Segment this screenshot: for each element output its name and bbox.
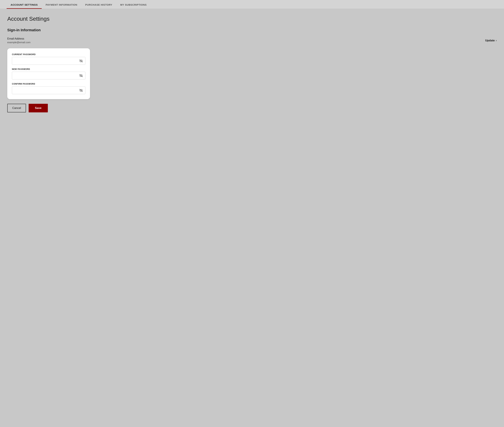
tab-account-settings[interactable]: ACCOUNT SETTINGS	[7, 0, 42, 9]
email-row: Email Address example@email.com Update ›	[7, 37, 497, 44]
new-password-group: NEW PASSWORD	[12, 68, 85, 79]
chevron-right-icon: ›	[496, 39, 497, 42]
password-card: CURRENT PASSWORD NEW PASSWORD	[7, 48, 90, 99]
tab-payment-information[interactable]: PAYMENT INFORMATION	[42, 0, 81, 9]
section-title: Sign-in Information	[7, 28, 497, 32]
new-password-label: NEW PASSWORD	[12, 68, 85, 70]
confirm-password-group: CONFIRM PASSWORD	[12, 83, 85, 94]
confirm-password-input[interactable]	[12, 87, 85, 94]
confirm-password-input-wrap	[12, 86, 85, 94]
current-password-input-wrap	[12, 57, 85, 65]
email-label: Email Address	[7, 37, 485, 40]
current-password-input[interactable]	[12, 57, 85, 65]
update-link-text: Update	[485, 39, 495, 42]
new-password-input[interactable]	[12, 72, 85, 79]
new-password-input-wrap	[12, 72, 85, 79]
tab-my-subscriptions[interactable]: MY SUBSCRIPTIONS	[116, 0, 150, 9]
tab-navigation: ACCOUNT SETTINGS PAYMENT INFORMATION PUR…	[0, 0, 504, 9]
main-content: Account Settings Sign-in Information Ema…	[0, 9, 504, 119]
eye-slash-icon	[79, 59, 83, 63]
eye-slash-icon	[79, 89, 83, 92]
save-button[interactable]: Save	[29, 104, 48, 112]
confirm-password-label: CONFIRM PASSWORD	[12, 83, 85, 85]
current-password-label: CURRENT PASSWORD	[12, 53, 85, 56]
cancel-button[interactable]: Cancel	[7, 104, 26, 112]
current-password-group: CURRENT PASSWORD	[12, 53, 85, 65]
email-value: example@email.com	[7, 41, 485, 44]
tab-purchase-history[interactable]: PURCHASE HISTORY	[81, 0, 116, 9]
toggle-new-password-visibility[interactable]	[79, 74, 83, 77]
update-email-link[interactable]: Update ›	[485, 39, 497, 42]
page-title: Account Settings	[7, 15, 497, 22]
toggle-confirm-password-visibility[interactable]	[79, 89, 83, 92]
toggle-current-password-visibility[interactable]	[79, 59, 83, 63]
eye-slash-icon	[79, 74, 83, 77]
action-buttons: Cancel Save	[7, 104, 497, 112]
email-info: Email Address example@email.com	[7, 37, 485, 44]
